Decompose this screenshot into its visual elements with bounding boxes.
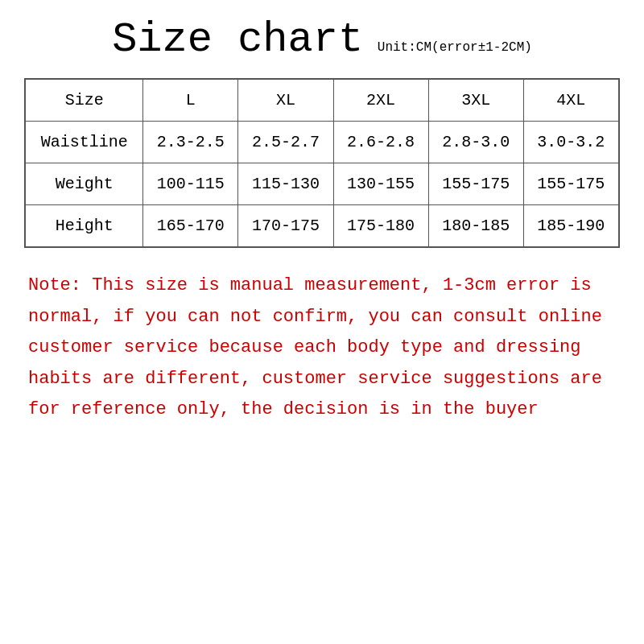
cell-value: 180-185 bbox=[428, 205, 523, 248]
col-header-3xl: 3XL bbox=[428, 79, 523, 122]
row-label: Weight bbox=[25, 163, 143, 205]
col-header-l: L bbox=[143, 79, 238, 122]
cell-value: 2.8-3.0 bbox=[428, 122, 523, 163]
page-title: Size chart bbox=[112, 16, 363, 64]
table-row: Weight100-115115-130130-155155-175155-17… bbox=[25, 163, 619, 205]
cell-value: 130-155 bbox=[333, 163, 428, 205]
cell-value: 115-130 bbox=[238, 163, 333, 205]
cell-value: 3.0-3.2 bbox=[523, 122, 619, 163]
cell-value: 175-180 bbox=[333, 205, 428, 248]
row-label: Height bbox=[25, 205, 143, 248]
table-row: Height165-170170-175175-180180-185185-19… bbox=[25, 205, 619, 248]
cell-value: 165-170 bbox=[143, 205, 238, 248]
note-text: Note: This size is manual measurement, 1… bbox=[24, 270, 620, 426]
cell-value: 185-190 bbox=[523, 205, 619, 248]
table-header-row: Size L XL 2XL 3XL 4XL bbox=[25, 79, 619, 122]
cell-value: 170-175 bbox=[238, 205, 333, 248]
page-container: Size chart Unit:CM(error±1-2CM) Size L X… bbox=[0, 0, 644, 644]
cell-value: 155-175 bbox=[523, 163, 619, 205]
cell-value: 100-115 bbox=[143, 163, 238, 205]
col-header-4xl: 4XL bbox=[523, 79, 619, 122]
size-chart-table: Size L XL 2XL 3XL 4XL Waistline2.3-2.52.… bbox=[24, 78, 620, 248]
unit-label: Unit:CM(error±1-2CM) bbox=[378, 40, 532, 55]
cell-value: 2.5-2.7 bbox=[238, 122, 333, 163]
col-header-size: Size bbox=[25, 79, 143, 122]
row-label: Waistline bbox=[25, 122, 143, 163]
col-header-xl: XL bbox=[238, 79, 333, 122]
col-header-2xl: 2XL bbox=[333, 79, 428, 122]
cell-value: 2.6-2.8 bbox=[333, 122, 428, 163]
cell-value: 155-175 bbox=[428, 163, 523, 205]
table-row: Waistline2.3-2.52.5-2.72.6-2.82.8-3.03.0… bbox=[25, 122, 619, 163]
cell-value: 2.3-2.5 bbox=[143, 122, 238, 163]
title-container: Size chart Unit:CM(error±1-2CM) bbox=[24, 16, 620, 64]
